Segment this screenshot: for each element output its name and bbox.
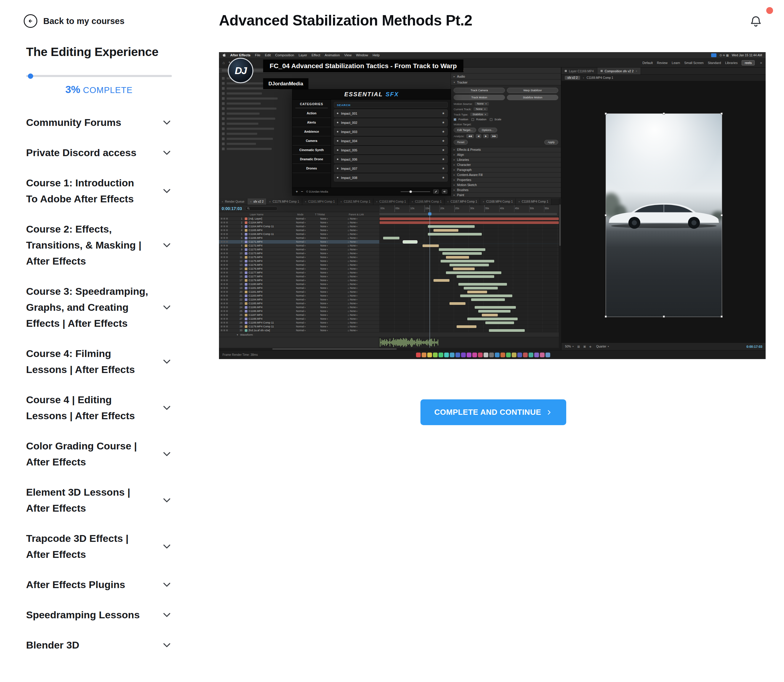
panel-header-paragraph: ▸Paragraph [451, 167, 561, 172]
layer-label-color [243, 252, 249, 255]
column-parent-link: Parent & Link [349, 213, 364, 216]
sidebar-section-color-grading-course-after-effects[interactable]: Color Grading Course | After Effects [26, 431, 172, 477]
sidebar-section-course-3-speedramping-graphs-and-creating-effects-after-effects[interactable]: Course 3: Speedramping, Graphs, and Crea… [26, 276, 172, 338]
sfx-category-dramatic-drone: Dramatic Drone [292, 155, 331, 164]
sidebar-section-course-4-filming-lessons-after-effects[interactable]: Course 4: Filming Lessons | After Effect… [26, 338, 172, 384]
timeline-tab-sfx-v2-2: ×sfx v2 2 [247, 199, 267, 205]
layer-mode-dropdown: Normal [296, 279, 314, 282]
layer-duration-bars [379, 294, 559, 298]
panel-icon [565, 70, 567, 72]
layer-name: C1181.MP4 [249, 290, 296, 293]
timeline-layer-rows: 1[Adj. Layer]NormalNoneNone2C1164.MP4Nor… [219, 217, 559, 332]
timeline-tab-c1166-mp4-comp-1: ×C1166.MP4 Comp 1 [409, 199, 445, 205]
layer-trkmat-dropdown: None [320, 225, 336, 228]
layer-duration-bars [379, 321, 559, 324]
layer-toggle-icons [219, 314, 236, 316]
bullet-icon [337, 140, 338, 142]
selection-handle [663, 316, 665, 318]
layer-duration-bars [379, 317, 559, 320]
chevron-down-icon [162, 186, 172, 196]
star-icon: ★ [442, 176, 445, 180]
layer-duration-bars [379, 279, 559, 282]
sidebar-section-blender-3d[interactable]: Blender 3D [26, 630, 172, 660]
tracker-axes-row: Position Rotation Scale [454, 118, 558, 121]
sidebar-section-course-1-introduction-to-adobe-after-effects[interactable]: Course 1: Introduction To Adobe After Ef… [26, 168, 172, 214]
layer-trkmat-dropdown: None [320, 221, 336, 224]
sfx-item-impact-007: Impact_007★ [334, 164, 448, 172]
close-icon: × [305, 200, 306, 203]
notifications-bell-button[interactable] [749, 15, 763, 29]
sidebar-section-speedramping-lessons[interactable]: Speedramping Lessons [26, 600, 172, 630]
layer-name: C1180.MP4 [249, 283, 296, 285]
analyze-backward-button: ◀ [476, 134, 481, 138]
timeline-layer-row: 11C1175.MP4NormalNoneNone [219, 255, 559, 259]
bell-icon [749, 15, 763, 29]
layer-mode-dropdown: Normal [296, 329, 314, 332]
scale-label: Scale [494, 118, 501, 121]
layer-label-color [243, 244, 249, 247]
layer-mode-dropdown: Normal [296, 314, 314, 316]
layer-number: 28 [236, 321, 243, 324]
sfx-search-label: SEARCH [337, 104, 351, 107]
sidebar-section-element-3d-lessons-after-effects[interactable]: Element 3D Lessons | After Effects [26, 477, 172, 523]
sfx-category-drones: Drones [292, 164, 331, 173]
timeline-layer-row: 4C1165.MP4NormalNoneNone [219, 228, 559, 232]
ae-panel-column: View▾ ▸ Audio ▾ Tracker Track Camera War… [451, 67, 561, 199]
layer-trkmat-dropdown: None [320, 290, 336, 293]
layer-number: 27 [236, 317, 243, 320]
sfx-brand: ESSENTIAL [344, 91, 383, 98]
ruler-label: 35s [485, 207, 489, 210]
layer-mode-dropdown: Normal [296, 221, 314, 224]
layer-mode-dropdown: Normal [296, 275, 314, 278]
layer-duration-bars [379, 306, 559, 309]
workspace-tab-libraries: Libraries [725, 61, 738, 65]
layer-name: C1176.MP4 [249, 267, 296, 270]
playback-slider [401, 191, 430, 192]
speaker-icon [442, 189, 448, 194]
position-checkbox [454, 118, 456, 121]
sidebar-section-trapcode-3d-effects-after-effects[interactable]: Trapcode 3D Effects | After Effects [26, 523, 172, 569]
layer-name: C1176.MP4 [249, 263, 296, 266]
course-title: The Editing Experience [26, 45, 172, 59]
progress-bar [26, 75, 172, 77]
sidebar-section-after-effects-plugins[interactable]: After Effects Plugins [26, 569, 172, 600]
panel-title: Content-Aware Fill [457, 173, 483, 177]
sfx-item-impact-001: Impact_001★ [334, 109, 448, 117]
layer-duration-bars [379, 328, 559, 332]
scale-checkbox [490, 118, 492, 121]
time-ruler: 00s05s10s15s20s25s30s35s40s45s50s55s [379, 205, 559, 212]
viewer-stage [561, 81, 766, 343]
layer-name: C1183.MP4 [249, 294, 296, 297]
layer-mode-dropdown: Normal [296, 217, 314, 220]
sfx-item-impact-008: Impact_008★ [334, 174, 448, 182]
close-icon: × [447, 200, 449, 203]
menu-items: After EffectsFileEditCompositionLayerEff… [230, 53, 379, 57]
layer-toggle-icons [219, 303, 236, 304]
viewer-tab-composition: Composition sfx v2 2 × [598, 67, 641, 74]
sidebar-section-course-2-effects-transitions-masking-after-effects[interactable]: Course 2: Effects, Transitions, & Maskin… [26, 214, 172, 276]
home-icon: ⌂ [223, 61, 225, 65]
layer-toggle-icons [219, 241, 236, 243]
chevron-down-icon [162, 356, 172, 366]
motion-target-label: Motion Target: [454, 123, 472, 126]
lesson-video-player[interactable]: After EffectsFileEditCompositionLayerEff… [219, 52, 766, 359]
timeline-layer-row: 10C1173.MP4NormalNoneNone [219, 252, 559, 255]
layer-number: 30 [236, 329, 243, 332]
complete-and-continue-button[interactable]: COMPLETE AND CONTINUE [421, 399, 566, 425]
sfx-category-alerts: Alerts [292, 118, 331, 127]
panel-header-audio: ▸ Audio [451, 73, 561, 80]
bullet-icon [337, 131, 338, 132]
timeline-layer-row: 3C1164.MP4 Comp 11NormalNoneNone [219, 225, 559, 228]
back-to-courses-button[interactable]: Back to my courses [24, 14, 172, 28]
work-area-bar [379, 213, 557, 215]
sidebar-section-community-forums[interactable]: Community Forums [26, 107, 172, 137]
sidebar-section-course-4-editing-lessons-after-effects[interactable]: Course 4 | Editing Lessons | After Effec… [26, 384, 172, 431]
twirl-icon: ▾ [454, 81, 455, 84]
layer-duration-bars [379, 282, 559, 286]
timeline-layer-row: 15C1177.MP4NormalNoneNone [219, 271, 559, 275]
twirl-icon: ▸ [454, 158, 455, 161]
layer-label-color [243, 268, 249, 270]
collapsed-panels-list: ▸Effects & Presets▸Align▸Libraries▸Chara… [451, 147, 561, 198]
layer-name: C1181.MP4 [249, 287, 296, 290]
sidebar-section-private-discord-access[interactable]: Private Discord access [26, 137, 172, 168]
